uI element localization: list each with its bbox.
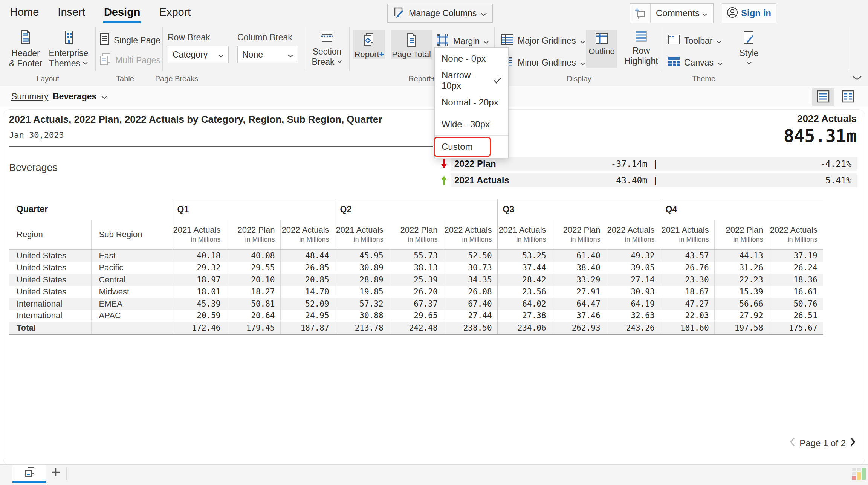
sheet-tab-beverages[interactable]: Beverages	[53, 92, 108, 102]
page-thumbnail-tab[interactable]	[12, 465, 46, 481]
title-rule	[9, 146, 433, 147]
group-divider	[349, 27, 350, 71]
pager-prev-icon[interactable]	[789, 437, 796, 449]
value-cell: 27.14	[606, 274, 660, 286]
quarter-header: Q2	[335, 199, 497, 220]
column-break-select[interactable]: None	[237, 46, 298, 63]
quarter-corner-header: Quarter	[9, 199, 172, 220]
kpi-row-percent: 5.41%	[658, 175, 857, 185]
kpi-row-delta: -37.14m |	[515, 159, 658, 169]
report-plus-button[interactable]: Report+	[353, 30, 385, 59]
kpi-value: 845.31m	[784, 126, 857, 146]
value-cell: 26.20	[389, 286, 443, 298]
two-column-view-button[interactable]	[837, 88, 859, 106]
tab-export[interactable]: Export	[159, 0, 192, 23]
manage-columns-label: Manage Columns	[409, 8, 477, 18]
row-break-value: Category	[173, 50, 208, 60]
header-footer-icon	[19, 29, 32, 48]
chevron-down-icon	[287, 50, 293, 60]
single-page-button[interactable]: Single Page	[99, 32, 160, 48]
style-button[interactable]: Style	[734, 30, 764, 69]
column-break-label: Column Break	[237, 32, 292, 43]
chevron-down-icon	[852, 75, 862, 82]
margin-button[interactable]: Margin	[436, 33, 489, 49]
section-break-button[interactable]: Section Break	[307, 29, 347, 67]
major-gridlines-button[interactable]: Major Gridlines	[501, 34, 585, 47]
minor-gridlines-button[interactable]: Minor Gridlines	[501, 56, 585, 69]
value-cell: 20.59	[172, 310, 226, 322]
single-column-view-button[interactable]	[812, 88, 834, 106]
measure-name: 2022 Actuals	[281, 225, 329, 235]
page-total-icon	[405, 32, 418, 50]
menu-item-custom[interactable]: Custom	[435, 135, 508, 158]
total-value-cell: 175.67	[769, 322, 823, 334]
minor-gridlines-label: Minor Gridlines	[518, 58, 576, 68]
menu-item-narrow[interactable]: Narrow - 10px	[435, 70, 508, 92]
value-cell: 22.03	[660, 310, 714, 322]
value-cell: 29.55	[226, 262, 280, 274]
enterprise-themes-button[interactable]: Enterprise Themes	[46, 29, 91, 69]
row-highlight-button[interactable]: Row Highlight	[622, 30, 660, 66]
table-quarter-row: QuarterQ1Q2Q3Q4	[9, 199, 823, 220]
measure-unit: in Millions	[226, 236, 275, 244]
canvas-label: Canvas	[684, 58, 714, 68]
group-divider	[849, 27, 849, 71]
page-total-button[interactable]: Page Total	[391, 30, 432, 59]
row-break-select[interactable]: Category	[168, 46, 229, 63]
multi-pages-button[interactable]: Multi Pages	[99, 53, 160, 68]
kpi-row-label: 2022 Plan	[451, 159, 515, 169]
menu-item-normal[interactable]: Normal - 20px	[435, 92, 508, 113]
section-label: Beverages	[9, 162, 58, 174]
total-value-cell: 243.26	[606, 322, 660, 334]
arrow-down-icon	[440, 157, 451, 171]
tab-insert[interactable]: Insert	[57, 0, 86, 23]
quarter-header: Q1	[172, 199, 335, 220]
canvas-button[interactable]: Canvas	[668, 56, 723, 69]
value-cell: 40.18	[172, 250, 226, 262]
measure-name: 2022 Plan	[552, 225, 601, 235]
measure-unit: in Millions	[552, 236, 601, 244]
value-cell: 61.40	[552, 250, 606, 262]
menu-item-label: Normal - 20px	[442, 97, 498, 108]
total-value-cell: 238.50	[443, 322, 497, 334]
add-page-button[interactable]	[49, 467, 63, 479]
header-footer-button[interactable]: Header & Footer	[6, 29, 45, 69]
chevron-down-icon	[717, 58, 723, 68]
value-cell: 26.24	[769, 262, 823, 274]
kpi-row-percent: -4.21%	[658, 159, 857, 169]
tab-design[interactable]: Design	[103, 0, 141, 23]
chevron-down-icon	[83, 58, 88, 69]
manage-columns-button[interactable]: Manage Columns	[387, 4, 493, 23]
value-cell: 64.19	[606, 298, 660, 310]
sheet-link-summary[interactable]: Summary	[11, 92, 48, 102]
total-value-cell: 172.46	[172, 322, 226, 334]
value-cell: 32.63	[606, 310, 660, 322]
value-cell: 53.25	[497, 250, 552, 262]
single-column-view-icon	[817, 90, 830, 104]
margin-icon	[436, 33, 449, 49]
value-cell: 19.85	[335, 286, 389, 298]
sign-in-button[interactable]: Sign in	[722, 3, 776, 23]
manage-columns-icon	[393, 6, 405, 20]
subregion-cell: Pacific	[91, 262, 172, 274]
value-cell: 18.36	[769, 274, 823, 286]
pager-next-icon[interactable]	[850, 437, 856, 449]
tab-home[interactable]: Home	[9, 0, 40, 23]
measure-unit: in Millions	[660, 236, 709, 244]
group-label-page-breaks: Page Breaks	[155, 75, 199, 83]
add-comment-icon[interactable]	[630, 4, 651, 23]
outline-button[interactable]: Outline	[586, 30, 617, 68]
comments-button[interactable]: Comments	[630, 3, 714, 23]
pager-label: Page 1 of 2	[799, 438, 846, 448]
collapse-ribbon-button[interactable]	[852, 75, 862, 82]
value-cell: 64.47	[552, 298, 606, 310]
menu-item-none[interactable]: None - 0px	[435, 48, 508, 70]
value-cell: 16.61	[769, 286, 823, 298]
value-cell: 28.89	[335, 274, 389, 286]
toolbar-button[interactable]: Toolbar	[668, 34, 722, 47]
value-cell: 38.13	[389, 262, 443, 274]
menu-item-wide[interactable]: Wide - 30px	[435, 113, 508, 135]
quarter-header: Q4	[660, 199, 823, 220]
kpi-row: 2022 Plan-37.14m |-4.21%	[440, 157, 857, 171]
value-cell: 44.13	[714, 250, 769, 262]
